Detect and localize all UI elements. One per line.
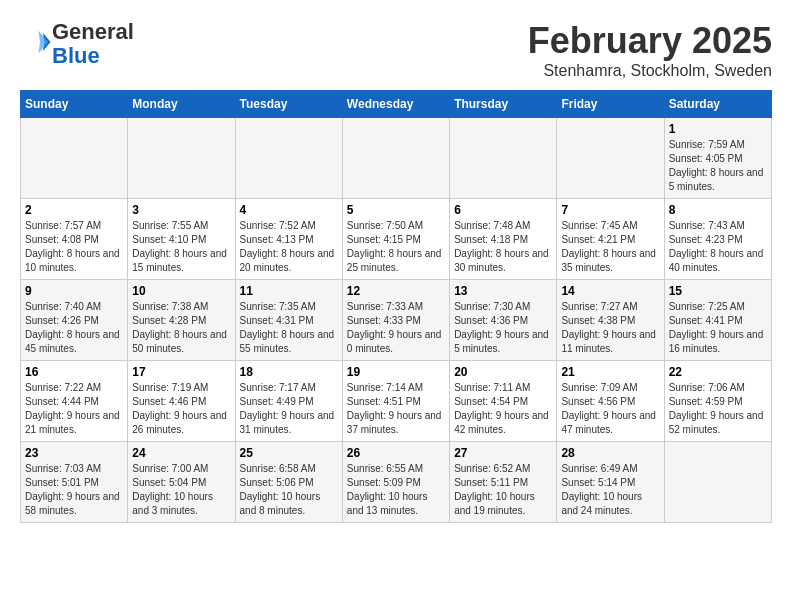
page-header: General Blue February 2025 Stenhamra, St… bbox=[20, 20, 772, 80]
day-number: 2 bbox=[25, 203, 123, 217]
calendar-cell: 22Sunrise: 7:06 AM Sunset: 4:59 PM Dayli… bbox=[664, 361, 771, 442]
day-info: Sunrise: 7:30 AM Sunset: 4:36 PM Dayligh… bbox=[454, 300, 552, 356]
day-number: 21 bbox=[561, 365, 659, 379]
weekday-header: Friday bbox=[557, 91, 664, 118]
day-number: 12 bbox=[347, 284, 445, 298]
weekday-header: Thursday bbox=[450, 91, 557, 118]
calendar-cell: 4Sunrise: 7:52 AM Sunset: 4:13 PM Daylig… bbox=[235, 199, 342, 280]
day-number: 16 bbox=[25, 365, 123, 379]
day-number: 26 bbox=[347, 446, 445, 460]
day-number: 11 bbox=[240, 284, 338, 298]
calendar-cell: 14Sunrise: 7:27 AM Sunset: 4:38 PM Dayli… bbox=[557, 280, 664, 361]
day-info: Sunrise: 7:22 AM Sunset: 4:44 PM Dayligh… bbox=[25, 381, 123, 437]
day-number: 4 bbox=[240, 203, 338, 217]
day-number: 20 bbox=[454, 365, 552, 379]
month-title: February 2025 bbox=[528, 20, 772, 62]
calendar-week-row: 9Sunrise: 7:40 AM Sunset: 4:26 PM Daylig… bbox=[21, 280, 772, 361]
day-number: 15 bbox=[669, 284, 767, 298]
day-number: 25 bbox=[240, 446, 338, 460]
day-info: Sunrise: 6:49 AM Sunset: 5:14 PM Dayligh… bbox=[561, 462, 659, 518]
day-number: 28 bbox=[561, 446, 659, 460]
day-number: 6 bbox=[454, 203, 552, 217]
calendar-cell: 2Sunrise: 7:57 AM Sunset: 4:08 PM Daylig… bbox=[21, 199, 128, 280]
day-info: Sunrise: 7:40 AM Sunset: 4:26 PM Dayligh… bbox=[25, 300, 123, 356]
calendar-week-row: 1Sunrise: 7:59 AM Sunset: 4:05 PM Daylig… bbox=[21, 118, 772, 199]
calendar-cell: 9Sunrise: 7:40 AM Sunset: 4:26 PM Daylig… bbox=[21, 280, 128, 361]
day-info: Sunrise: 7:52 AM Sunset: 4:13 PM Dayligh… bbox=[240, 219, 338, 275]
calendar-cell: 11Sunrise: 7:35 AM Sunset: 4:31 PM Dayli… bbox=[235, 280, 342, 361]
calendar-cell: 5Sunrise: 7:50 AM Sunset: 4:15 PM Daylig… bbox=[342, 199, 449, 280]
calendar-cell: 17Sunrise: 7:19 AM Sunset: 4:46 PM Dayli… bbox=[128, 361, 235, 442]
day-number: 3 bbox=[132, 203, 230, 217]
day-info: Sunrise: 7:57 AM Sunset: 4:08 PM Dayligh… bbox=[25, 219, 123, 275]
calendar-cell: 3Sunrise: 7:55 AM Sunset: 4:10 PM Daylig… bbox=[128, 199, 235, 280]
calendar-week-row: 2Sunrise: 7:57 AM Sunset: 4:08 PM Daylig… bbox=[21, 199, 772, 280]
logo-blue: Blue bbox=[52, 43, 100, 68]
day-info: Sunrise: 7:43 AM Sunset: 4:23 PM Dayligh… bbox=[669, 219, 767, 275]
weekday-header: Saturday bbox=[664, 91, 771, 118]
day-number: 8 bbox=[669, 203, 767, 217]
calendar-cell: 6Sunrise: 7:48 AM Sunset: 4:18 PM Daylig… bbox=[450, 199, 557, 280]
calendar-cell: 15Sunrise: 7:25 AM Sunset: 4:41 PM Dayli… bbox=[664, 280, 771, 361]
calendar-cell bbox=[557, 118, 664, 199]
day-number: 13 bbox=[454, 284, 552, 298]
calendar-cell: 20Sunrise: 7:11 AM Sunset: 4:54 PM Dayli… bbox=[450, 361, 557, 442]
logo-general: General bbox=[52, 19, 134, 44]
day-number: 22 bbox=[669, 365, 767, 379]
calendar-cell: 23Sunrise: 7:03 AM Sunset: 5:01 PM Dayli… bbox=[21, 442, 128, 523]
weekday-header-row: SundayMondayTuesdayWednesdayThursdayFrid… bbox=[21, 91, 772, 118]
day-number: 14 bbox=[561, 284, 659, 298]
calendar-cell: 25Sunrise: 6:58 AM Sunset: 5:06 PM Dayli… bbox=[235, 442, 342, 523]
calendar-cell: 19Sunrise: 7:14 AM Sunset: 4:51 PM Dayli… bbox=[342, 361, 449, 442]
calendar-cell: 16Sunrise: 7:22 AM Sunset: 4:44 PM Dayli… bbox=[21, 361, 128, 442]
calendar-week-row: 23Sunrise: 7:03 AM Sunset: 5:01 PM Dayli… bbox=[21, 442, 772, 523]
weekday-header: Tuesday bbox=[235, 91, 342, 118]
day-info: Sunrise: 6:55 AM Sunset: 5:09 PM Dayligh… bbox=[347, 462, 445, 518]
calendar-cell bbox=[342, 118, 449, 199]
day-info: Sunrise: 7:33 AM Sunset: 4:33 PM Dayligh… bbox=[347, 300, 445, 356]
day-number: 17 bbox=[132, 365, 230, 379]
day-info: Sunrise: 7:45 AM Sunset: 4:21 PM Dayligh… bbox=[561, 219, 659, 275]
calendar-cell: 13Sunrise: 7:30 AM Sunset: 4:36 PM Dayli… bbox=[450, 280, 557, 361]
location-title: Stenhamra, Stockholm, Sweden bbox=[528, 62, 772, 80]
day-number: 18 bbox=[240, 365, 338, 379]
day-info: Sunrise: 7:59 AM Sunset: 4:05 PM Dayligh… bbox=[669, 138, 767, 194]
day-number: 1 bbox=[669, 122, 767, 136]
logo-icon bbox=[22, 27, 52, 57]
weekday-header: Wednesday bbox=[342, 91, 449, 118]
calendar-cell bbox=[235, 118, 342, 199]
day-info: Sunrise: 7:03 AM Sunset: 5:01 PM Dayligh… bbox=[25, 462, 123, 518]
day-info: Sunrise: 6:52 AM Sunset: 5:11 PM Dayligh… bbox=[454, 462, 552, 518]
calendar-cell: 12Sunrise: 7:33 AM Sunset: 4:33 PM Dayli… bbox=[342, 280, 449, 361]
logo: General Blue bbox=[20, 20, 134, 68]
calendar-table: SundayMondayTuesdayWednesdayThursdayFrid… bbox=[20, 90, 772, 523]
calendar-cell: 18Sunrise: 7:17 AM Sunset: 4:49 PM Dayli… bbox=[235, 361, 342, 442]
calendar-cell: 1Sunrise: 7:59 AM Sunset: 4:05 PM Daylig… bbox=[664, 118, 771, 199]
day-info: Sunrise: 7:35 AM Sunset: 4:31 PM Dayligh… bbox=[240, 300, 338, 356]
day-number: 27 bbox=[454, 446, 552, 460]
weekday-header: Monday bbox=[128, 91, 235, 118]
calendar-cell bbox=[21, 118, 128, 199]
day-info: Sunrise: 7:25 AM Sunset: 4:41 PM Dayligh… bbox=[669, 300, 767, 356]
calendar-cell: 27Sunrise: 6:52 AM Sunset: 5:11 PM Dayli… bbox=[450, 442, 557, 523]
weekday-header: Sunday bbox=[21, 91, 128, 118]
calendar-cell: 10Sunrise: 7:38 AM Sunset: 4:28 PM Dayli… bbox=[128, 280, 235, 361]
day-info: Sunrise: 7:19 AM Sunset: 4:46 PM Dayligh… bbox=[132, 381, 230, 437]
day-number: 10 bbox=[132, 284, 230, 298]
day-info: Sunrise: 7:27 AM Sunset: 4:38 PM Dayligh… bbox=[561, 300, 659, 356]
calendar-cell bbox=[664, 442, 771, 523]
day-info: Sunrise: 7:38 AM Sunset: 4:28 PM Dayligh… bbox=[132, 300, 230, 356]
calendar-week-row: 16Sunrise: 7:22 AM Sunset: 4:44 PM Dayli… bbox=[21, 361, 772, 442]
calendar-cell: 21Sunrise: 7:09 AM Sunset: 4:56 PM Dayli… bbox=[557, 361, 664, 442]
day-info: Sunrise: 6:58 AM Sunset: 5:06 PM Dayligh… bbox=[240, 462, 338, 518]
day-info: Sunrise: 7:48 AM Sunset: 4:18 PM Dayligh… bbox=[454, 219, 552, 275]
day-number: 7 bbox=[561, 203, 659, 217]
calendar-cell bbox=[450, 118, 557, 199]
day-info: Sunrise: 7:09 AM Sunset: 4:56 PM Dayligh… bbox=[561, 381, 659, 437]
calendar-cell bbox=[128, 118, 235, 199]
day-number: 23 bbox=[25, 446, 123, 460]
logo-text: General Blue bbox=[52, 20, 134, 68]
day-info: Sunrise: 7:11 AM Sunset: 4:54 PM Dayligh… bbox=[454, 381, 552, 437]
day-number: 24 bbox=[132, 446, 230, 460]
day-info: Sunrise: 7:00 AM Sunset: 5:04 PM Dayligh… bbox=[132, 462, 230, 518]
